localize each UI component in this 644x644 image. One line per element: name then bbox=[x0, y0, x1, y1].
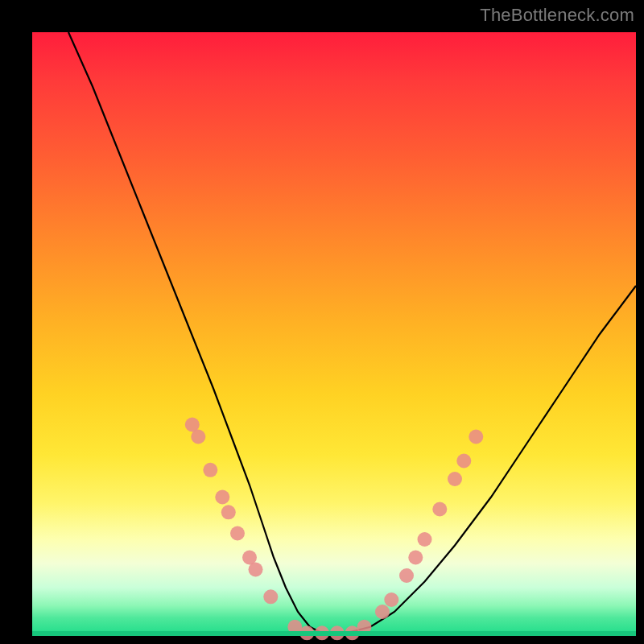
watermark-text: TheBottleneck.com bbox=[480, 5, 634, 26]
data-marker bbox=[215, 490, 229, 505]
data-marker bbox=[221, 505, 236, 519]
data-marker bbox=[299, 625, 314, 640]
data-marker bbox=[330, 625, 345, 640]
chart-frame: TheBottleneck.com bbox=[0, 0, 644, 644]
data-marker bbox=[375, 605, 390, 619]
data-marker bbox=[448, 472, 462, 486]
data-marker bbox=[191, 430, 205, 444]
data-marker bbox=[249, 563, 263, 577]
data-marker bbox=[456, 454, 471, 469]
data-marker bbox=[399, 568, 414, 583]
data-marker bbox=[357, 620, 372, 634]
curve-svg bbox=[32, 32, 636, 636]
data-marker bbox=[469, 430, 483, 444]
data-markers bbox=[185, 418, 484, 641]
data-marker bbox=[287, 620, 302, 634]
data-marker bbox=[418, 532, 432, 547]
bottleneck-curve bbox=[68, 32, 636, 633]
plot-area bbox=[32, 32, 636, 636]
data-marker bbox=[408, 551, 423, 565]
data-marker bbox=[432, 502, 447, 517]
data-marker bbox=[263, 589, 278, 604]
data-marker bbox=[203, 463, 217, 477]
data-marker bbox=[384, 592, 398, 607]
data-marker bbox=[230, 526, 245, 541]
data-marker bbox=[315, 625, 329, 640]
